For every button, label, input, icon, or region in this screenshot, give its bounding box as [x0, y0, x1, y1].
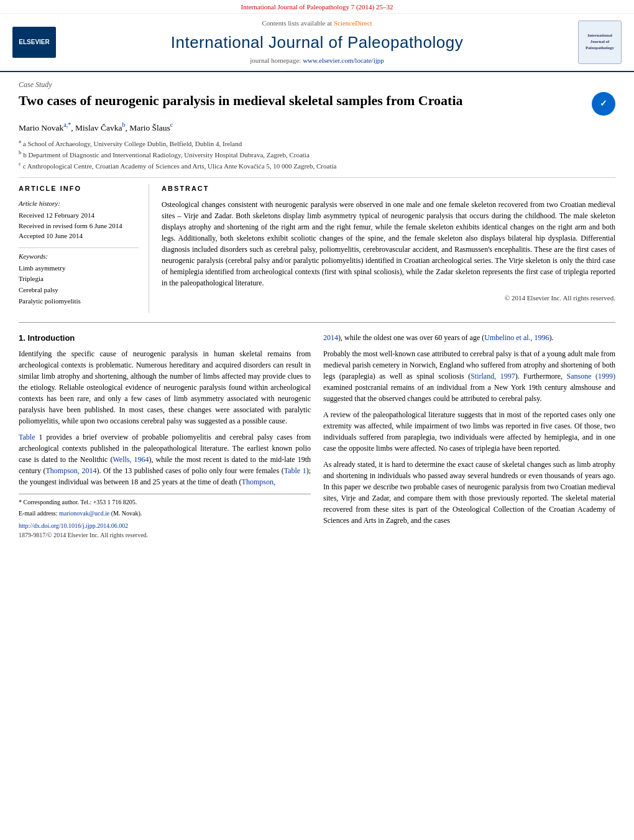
affiliation-a: a a School of Archaeology, University Co… — [19, 137, 615, 149]
email-link[interactable]: marionovak@ucd.ie — [59, 510, 109, 517]
corresponding-footnote: * Corresponding author. Tel.: +353 1 716… — [19, 497, 311, 507]
accepted-date: Accepted 10 June 2014 — [19, 231, 139, 241]
wells-1964-link[interactable]: Wells, 1964 — [113, 455, 149, 464]
right-para4: As already stated, it is hard to determi… — [323, 459, 615, 526]
journal-homepage: journal homepage: www.elsevier.com/locat… — [56, 56, 578, 65]
keywords-list: Limb asymmetry Triplegia Cerebral palsy … — [19, 263, 139, 307]
intro-para1: Identifying the specific cause of neurog… — [19, 348, 311, 427]
sciencedirect-link[interactable]: ScienceDirect — [334, 19, 372, 27]
doi-line: http://dx.doi.org/10.1016/j.ijpp.2014.06… — [19, 521, 311, 540]
history-heading: Article history: — [19, 199, 139, 208]
author-cavka: Mislav Čavka — [75, 123, 122, 132]
keyword-2: Triplegia — [19, 274, 139, 285]
abstract-panel: ABSTRACT Osteological changes consistent… — [162, 184, 615, 313]
article-title-text: Two cases of neurogenic paralysis in med… — [19, 92, 586, 110]
umbelino-link[interactable]: Umbelino et al., 1996 — [484, 333, 549, 342]
elsevier-logo: ELSEVIER — [12, 27, 56, 58]
right-para1: 2014), while the oldest one was over 60 … — [323, 332, 615, 343]
article-title-row: Two cases of neurogenic paralysis in med… — [19, 92, 615, 116]
homepage-url[interactable]: www.elsevier.com/locate/ijpp — [303, 57, 384, 64]
history-section: Article history: Received 12 February 20… — [19, 199, 139, 241]
article-info-panel: ARTICLE INFO Article history: Received 1… — [19, 184, 149, 313]
keywords-section: Keywords: Limb asymmetry Triplegia Cereb… — [19, 252, 139, 307]
doi-url[interactable]: http://dx.doi.org/10.1016/j.ijpp.2014.06… — [19, 521, 311, 530]
body-col-left: 1. Introduction Identifying the specific… — [19, 332, 311, 540]
crossmark-icon: ✓ — [592, 92, 615, 116]
affiliation-c: c c Anthropological Centre, Croatian Aca… — [19, 160, 615, 171]
keyword-1: Limb asymmetry — [19, 263, 139, 274]
received-date: Received 12 February 2014 — [19, 210, 139, 221]
sansone-link[interactable]: Sansone (1999) — [567, 372, 615, 381]
revised-date: Received in revised form 6 June 2014 — [19, 221, 139, 231]
main-content: Case Study Two cases of neurogenic paral… — [0, 80, 634, 540]
thompson-link-2[interactable]: Thompson, — [242, 478, 275, 486]
keyword-4: Paralytic poliomyelitis — [19, 296, 139, 307]
article-info-abstract-section: ARTICLE INFO Article history: Received 1… — [19, 177, 615, 313]
top-bar: International Journal of Paleopathology … — [0, 0, 634, 14]
author-slaus: Mario Šlaus — [129, 123, 170, 132]
email-footnote: E-mail address: marionovak@ucd.ie (M. No… — [19, 509, 311, 518]
body-col-right: 2014), while the oldest one was over 60 … — [323, 332, 615, 540]
footnote-section: * Corresponding author. Tel.: +353 1 716… — [19, 494, 311, 518]
body-text-section: 1. Introduction Identifying the specific… — [19, 332, 615, 540]
right-para2: Probably the most well-known case attrib… — [323, 348, 615, 404]
right-para3: A review of the paleopathological litera… — [323, 409, 615, 454]
author-novak: Mario Novak — [19, 123, 63, 132]
issn-line: 1879-9817/© 2014 Elsevier Inc. All right… — [19, 530, 311, 540]
contents-line: Contents lists available at ScienceDirec… — [56, 19, 578, 28]
journal-issue-info: International Journal of Paleopathology … — [241, 3, 393, 11]
journal-header: ELSEVIER Contents lists available at Sci… — [0, 14, 634, 72]
journal-header-center: Contents lists available at ScienceDirec… — [56, 19, 578, 65]
case-study-label: Case Study — [19, 80, 615, 90]
journal-title: International Journal of Paleopathology — [56, 31, 578, 53]
stirland-link[interactable]: Stirland, 1997 — [471, 372, 515, 381]
authors: Mario Novaka,*, Mislav Čavkab, Mario Šla… — [19, 121, 615, 134]
article-info-heading: ARTICLE INFO — [19, 184, 139, 193]
keyword-3: Cerebral palsy — [19, 285, 139, 296]
affiliation-b: b b Department of Diagnostic and Interve… — [19, 149, 615, 160]
thompson-2014-link[interactable]: Thompson, 2014 — [46, 466, 97, 475]
intro-heading: 1. Introduction — [19, 332, 311, 344]
table-ref-2[interactable]: Table 1 — [284, 466, 306, 475]
affiliations: a a School of Archaeology, University Co… — [19, 137, 615, 171]
journal-logo-right: International Journal ofPaleopathology — [578, 21, 622, 64]
abstract-heading: ABSTRACT — [162, 184, 615, 193]
table-ref[interactable]: Table — [19, 433, 35, 441]
section-divider — [19, 322, 615, 323]
abstract-text: Osteological changes consistent with neu… — [162, 199, 615, 288]
copyright-line: © 2014 Elsevier Inc. All rights reserved… — [162, 293, 615, 303]
intro-para2: Table 1 provides a brief overview of pro… — [19, 432, 311, 487]
keywords-heading: Keywords: — [19, 252, 139, 261]
